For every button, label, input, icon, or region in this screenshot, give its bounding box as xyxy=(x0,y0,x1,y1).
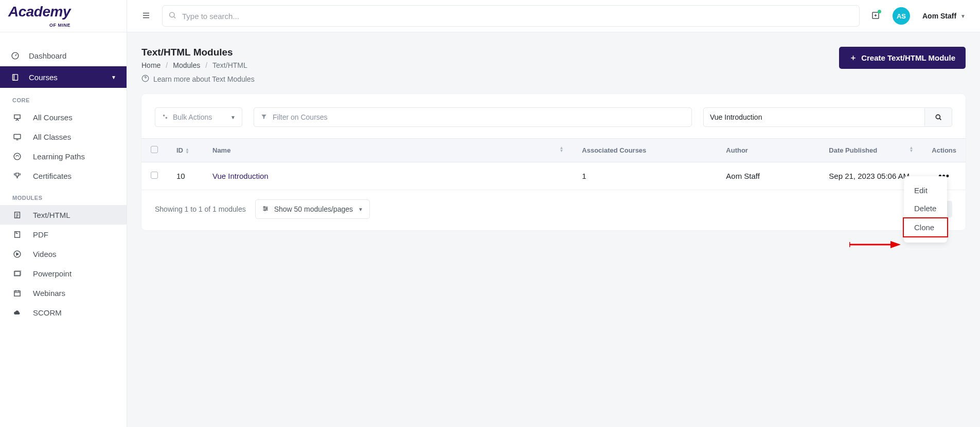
svg-point-17 xyxy=(263,206,264,207)
action-edit[interactable]: Edit xyxy=(904,181,947,199)
sidebar-item-label: Certificates xyxy=(33,172,72,180)
new-window-button[interactable] xyxy=(871,11,880,22)
separator-icon: / xyxy=(205,61,207,69)
sidebar-item-label: Learning Paths xyxy=(33,152,85,161)
row-name-link[interactable]: Vue Introduction xyxy=(212,172,269,180)
sort-icon[interactable]: ▲▼ xyxy=(185,148,189,154)
table-row: 10 Vue Introduction 1 Aom Staff Sep 21, … xyxy=(141,162,966,190)
svg-point-11 xyxy=(170,12,174,17)
sidebar-item-label: Powerpoint xyxy=(33,269,72,278)
book-icon xyxy=(10,72,20,82)
module-search-input[interactable] xyxy=(703,107,924,127)
svg-point-4 xyxy=(14,153,21,160)
gears-icon xyxy=(162,113,169,122)
sidebar-item-learning-paths[interactable]: Learning Paths xyxy=(0,146,127,166)
bulk-actions-select[interactable]: Bulk Actions ▼ xyxy=(155,107,242,127)
column-date[interactable]: Date Published xyxy=(829,146,877,154)
sidebar-item-label: Videos xyxy=(33,250,57,258)
modules-card: Bulk Actions ▼ Filter on Courses xyxy=(141,94,966,230)
calendar-icon xyxy=(12,288,22,298)
sidebar-item-dashboard[interactable]: Dashboard xyxy=(0,45,127,66)
menu-toggle-icon[interactable] xyxy=(141,11,151,22)
sort-icon[interactable]: ▲▼ xyxy=(909,146,913,153)
sidebar-item-scorm[interactable]: SCORM xyxy=(0,303,127,322)
sidebar-item-webinars[interactable]: Webinars xyxy=(0,283,127,303)
funnel-icon xyxy=(260,113,268,122)
page-size-label: Show 50 modules/pages xyxy=(274,205,353,213)
plus-icon: ＋ xyxy=(849,53,857,63)
chevron-down-icon: ▼ xyxy=(358,207,363,212)
svg-point-14 xyxy=(163,114,165,116)
search-icon xyxy=(168,11,176,21)
sidebar-item-pdf[interactable]: PDF xyxy=(0,225,127,244)
sidebar-nav: Dashboard Courses ▼ CORE All Courses All… xyxy=(0,32,127,322)
notification-dot-icon xyxy=(878,10,881,13)
svg-rect-1 xyxy=(12,74,17,80)
play-icon xyxy=(12,249,22,258)
svg-rect-10 xyxy=(14,291,20,296)
brand-logo: Academy xyxy=(8,4,70,20)
sidebar-item-powerpoint[interactable]: Powerpoint xyxy=(0,264,127,283)
breadcrumb-home[interactable]: Home xyxy=(141,61,161,69)
row-associated: 1 xyxy=(573,162,717,190)
user-name: Aom Staff xyxy=(922,12,956,20)
filter-courses-input[interactable]: Filter on Courses xyxy=(254,107,692,127)
breadcrumb-modules[interactable]: Modules xyxy=(173,61,200,69)
user-menu[interactable]: Aom Staff ▼ xyxy=(922,12,966,20)
select-all-checkbox[interactable] xyxy=(151,146,158,153)
learn-more-text: Learn more about Text Modules xyxy=(153,75,255,83)
svg-point-18 xyxy=(266,208,267,209)
help-icon xyxy=(141,75,149,84)
user-avatar[interactable]: AS xyxy=(893,7,910,25)
sidebar-item-label: Webinars xyxy=(33,289,65,298)
sliders-icon xyxy=(262,205,269,214)
sidebar-item-label: All Classes xyxy=(33,133,71,141)
svg-point-16 xyxy=(936,115,940,119)
column-author: Author xyxy=(726,146,748,154)
global-search xyxy=(162,5,860,27)
action-delete[interactable]: Delete xyxy=(904,199,947,217)
breadcrumb-current: Text/HTML xyxy=(212,61,247,69)
sidebar-section-core: CORE xyxy=(0,88,127,107)
sidebar-item-certificates[interactable]: Certificates xyxy=(0,166,127,185)
svg-rect-2 xyxy=(14,115,20,118)
logo-area: Academy OF MINE xyxy=(0,0,127,32)
learn-more-link[interactable]: Learn more about Text Modules xyxy=(141,75,255,84)
sidebar-item-label: Courses xyxy=(29,73,58,82)
filter-placeholder: Filter on Courses xyxy=(273,113,328,121)
column-name[interactable]: Name xyxy=(212,146,230,154)
chevron-down-icon: ▼ xyxy=(230,115,236,120)
global-search-input[interactable] xyxy=(162,5,860,27)
sidebar: Academy OF MINE Dashboard Courses ▼ xyxy=(0,0,127,427)
modules-table: ID▲▼ Name▲▼ Associated Courses Author Da… xyxy=(141,138,966,190)
sidebar-item-label: Text/HTML xyxy=(33,211,70,219)
sidebar-item-all-courses[interactable]: All Courses xyxy=(0,107,127,127)
row-checkbox[interactable] xyxy=(151,172,158,179)
slides-icon xyxy=(12,269,22,278)
path-icon xyxy=(12,152,22,161)
page-size-select[interactable]: Show 50 modules/pages ▼ xyxy=(255,199,370,219)
svg-rect-6 xyxy=(14,231,20,237)
sidebar-item-courses[interactable]: Courses ▼ xyxy=(0,66,127,88)
column-id[interactable]: ID xyxy=(176,146,183,154)
chevron-down-icon: ▼ xyxy=(111,75,116,80)
monitor-icon xyxy=(12,132,22,141)
separator-icon: / xyxy=(166,61,168,69)
cloud-icon xyxy=(12,308,22,317)
sidebar-item-label: PDF xyxy=(33,230,48,239)
page-title: Text/HTML Modules xyxy=(141,47,255,58)
row-actions-menu: Edit Delete Clone xyxy=(904,176,947,243)
sort-icon[interactable]: ▲▼ xyxy=(559,146,563,153)
sidebar-item-text-html[interactable]: Text/HTML xyxy=(0,205,127,225)
chevron-down-icon: ▼ xyxy=(960,13,966,19)
text-icon xyxy=(12,210,22,219)
sidebar-item-videos[interactable]: Videos xyxy=(0,244,127,264)
sidebar-item-all-classes[interactable]: All Classes xyxy=(0,127,127,146)
create-button-label: Create Text/HTML Module xyxy=(861,53,955,62)
sidebar-section-modules: MODULES xyxy=(0,185,127,205)
module-search-button[interactable] xyxy=(924,107,952,127)
showing-text: Showing 1 to 1 of 1 modules xyxy=(155,205,246,213)
bulk-actions-label: Bulk Actions xyxy=(173,113,212,121)
create-module-button[interactable]: ＋ Create Text/HTML Module xyxy=(839,47,966,69)
action-clone[interactable]: Clone xyxy=(903,217,948,237)
